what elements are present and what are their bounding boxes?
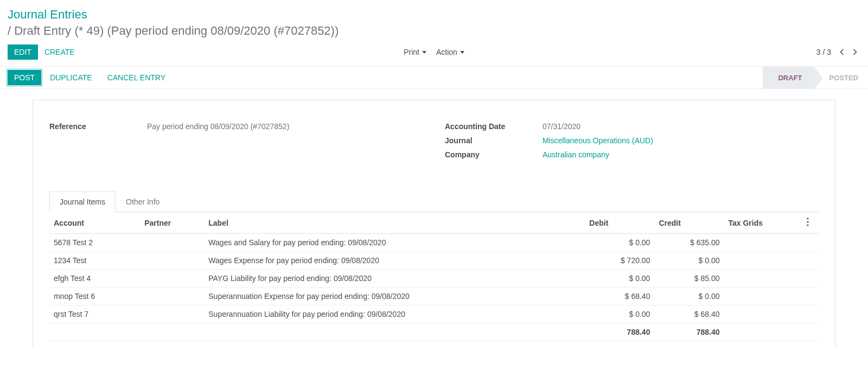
tabs: Journal Items Other Info (49, 192, 819, 212)
cell-account: 1234 Test (49, 252, 140, 270)
form-sheet: Reference Pay period ending 08/09/2020 (… (33, 100, 835, 347)
action-dropdown[interactable]: Action (436, 48, 464, 56)
cell-label: Wages and Salary for pay period ending: … (204, 234, 585, 252)
table-row[interactable]: 5678 Test 2Wages and Salary for pay peri… (49, 234, 819, 252)
action-label: Action (436, 48, 457, 56)
cell-credit: $ 85.00 (654, 270, 724, 288)
table-row[interactable]: 1234 TestWages Expense for pay period en… (49, 252, 819, 270)
edit-button[interactable]: Edit (8, 44, 38, 60)
cell-account: 5678 Test 2 (49, 234, 140, 252)
breadcrumb: Journal Entries / Draft Entry (* 49) (Pa… (0, 0, 868, 40)
chevron-left-icon[interactable] (837, 47, 847, 58)
status-bar: Post Duplicate Cancel Entry Draft Posted (0, 66, 868, 89)
control-panel: Edit Create Print Action 3 / 3 (0, 40, 868, 66)
accounting-date-value: 07/31/2020 (542, 122, 819, 131)
duplicate-button[interactable]: Duplicate (43, 70, 99, 85)
reference-label: Reference (49, 122, 147, 131)
th-options[interactable] (802, 212, 819, 234)
cell-debit: $ 720.00 (585, 252, 654, 270)
svg-point-2 (807, 224, 808, 226)
cell-credit: $ 0.00 (654, 252, 724, 270)
cell-debit: $ 68.40 (585, 288, 654, 305)
journal-items-table: Account Partner Label Debit Credit Tax G… (49, 212, 819, 341)
th-partner[interactable]: Partner (140, 212, 204, 234)
cell-debit: $ 0.00 (585, 270, 654, 288)
cell-account: qrst Test 7 (49, 305, 140, 323)
tab-journal-items[interactable]: Journal Items (49, 192, 116, 212)
company-value[interactable]: Australian company (542, 150, 819, 159)
cell-partner (140, 305, 204, 323)
cell-label: PAYG Liability for pay period ending: 09… (204, 270, 585, 288)
total-credit: 788.40 (654, 323, 724, 341)
chevron-right-icon[interactable] (850, 47, 860, 58)
cell-debit: $ 0.00 (585, 234, 654, 252)
cell-tax (724, 305, 802, 323)
cell-partner (140, 252, 204, 270)
cancel-entry-button[interactable]: Cancel Entry (101, 70, 172, 85)
cell-credit: $ 0.00 (654, 288, 724, 305)
svg-point-0 (807, 218, 808, 219)
th-label[interactable]: Label (204, 212, 585, 234)
th-credit[interactable]: Credit (654, 212, 724, 234)
cell-tax (724, 252, 802, 270)
total-debit: 788.40 (585, 323, 654, 341)
chevron-down-icon (460, 51, 464, 54)
breadcrumb-root[interactable]: Journal Entries (8, 8, 860, 22)
company-label: Company (445, 150, 542, 159)
action-menu-group: Print Action (404, 48, 464, 56)
accounting-date-label: Accounting Date (445, 122, 542, 131)
status-draft[interactable]: Draft (763, 67, 814, 88)
cell-tax (724, 270, 802, 288)
create-button[interactable]: Create (38, 44, 81, 60)
journal-label: Journal (445, 136, 542, 145)
table-row[interactable]: efgh Test 4PAYG Liability for pay period… (49, 270, 819, 288)
cell-partner (140, 234, 204, 252)
th-account[interactable]: Account (49, 212, 140, 234)
cell-tax (724, 288, 802, 305)
th-debit[interactable]: Debit (585, 212, 654, 234)
post-button[interactable]: Post (8, 70, 41, 85)
cell-account: mnop Test 6 (49, 288, 140, 305)
cell-label: Superannuation Expense for pay period en… (204, 288, 585, 305)
cell-label: Superannuation Liability for pay period … (204, 305, 585, 323)
cell-label: Wages Expense for pay period ending: 09/… (204, 252, 585, 270)
table-row[interactable]: mnop Test 6Superannuation Expense for pa… (49, 288, 819, 305)
cell-account: efgh Test 4 (49, 270, 140, 288)
table-row[interactable]: qrst Test 7Superannuation Liability for … (49, 305, 819, 323)
pager-counter[interactable]: 3 / 3 (816, 48, 831, 56)
print-label: Print (404, 48, 419, 56)
breadcrumb-current: / Draft Entry (* 49) (Pay period ending … (8, 22, 860, 38)
reference-value: Pay period ending 08/09/2020 (#7027852) (147, 122, 423, 131)
cell-partner (140, 288, 204, 305)
chevron-down-icon (422, 51, 426, 54)
cell-credit: $ 68.40 (654, 305, 724, 323)
tab-other-info[interactable]: Other Info (116, 192, 170, 212)
kebab-icon (807, 218, 809, 226)
info-grid: Reference Pay period ending 08/09/2020 (… (49, 122, 819, 164)
status-steps: Draft Posted (763, 67, 868, 88)
cell-tax (724, 234, 802, 252)
th-tax-grids[interactable]: Tax Grids (724, 212, 802, 234)
pager: 3 / 3 (816, 47, 860, 58)
journal-value[interactable]: Miscellaneous Operations (AUD) (542, 136, 819, 145)
cell-debit: $ 0.00 (585, 305, 654, 323)
cell-partner (140, 270, 204, 288)
cell-credit: $ 635.00 (654, 234, 724, 252)
print-dropdown[interactable]: Print (404, 48, 426, 56)
svg-point-1 (807, 221, 808, 222)
